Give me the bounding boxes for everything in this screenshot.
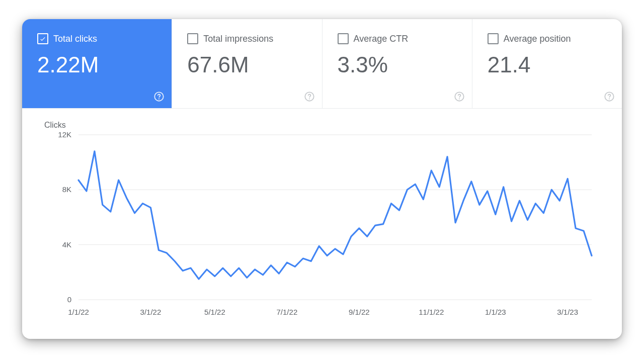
svg-text:7/1/22: 7/1/22 xyxy=(277,308,298,316)
tile-average-position[interactable]: Average position 21.4 xyxy=(472,19,622,108)
checkbox-empty-icon xyxy=(338,33,349,44)
checkbox-checked-icon xyxy=(37,33,48,44)
tile-total-impressions[interactable]: Total impressions 67.6M xyxy=(172,19,322,108)
tile-label: Total impressions xyxy=(203,34,273,43)
help-icon[interactable] xyxy=(604,91,615,102)
tile-value: 3.3% xyxy=(338,52,457,77)
performance-card: Total clicks 2.22M Total impressions 67.… xyxy=(22,19,622,339)
tile-value: 2.22M xyxy=(37,52,156,77)
checkbox-empty-icon xyxy=(187,33,198,44)
tile-label: Average CTR xyxy=(354,34,409,43)
tile-label: Total clicks xyxy=(53,34,97,43)
tile-average-ctr[interactable]: Average CTR 3.3% xyxy=(323,19,472,108)
checkbox-empty-icon xyxy=(488,33,499,44)
line-chart[interactable]: 04K8K12K1/1/223/1/225/1/227/1/229/1/2211… xyxy=(42,130,602,326)
svg-text:0: 0 xyxy=(67,295,71,304)
svg-text:4K: 4K xyxy=(62,240,71,249)
help-icon[interactable] xyxy=(454,91,465,102)
svg-text:3/1/23: 3/1/23 xyxy=(557,308,578,316)
svg-text:1/1/22: 1/1/22 xyxy=(68,308,89,316)
svg-text:5/1/22: 5/1/22 xyxy=(204,308,225,316)
tile-value: 21.4 xyxy=(488,52,607,77)
svg-text:1/1/23: 1/1/23 xyxy=(485,308,506,316)
svg-text:8K: 8K xyxy=(62,185,71,194)
chart-title: Clicks xyxy=(44,121,602,130)
chart-area: Clicks 04K8K12K1/1/223/1/225/1/227/1/229… xyxy=(22,109,622,339)
metrics-row: Total clicks 2.22M Total impressions 67.… xyxy=(22,19,622,109)
help-icon[interactable] xyxy=(153,91,165,102)
svg-text:11/1/22: 11/1/22 xyxy=(419,308,444,316)
svg-text:9/1/22: 9/1/22 xyxy=(349,308,370,316)
tile-total-clicks[interactable]: Total clicks 2.22M xyxy=(22,19,172,108)
svg-text:3/1/22: 3/1/22 xyxy=(140,308,162,316)
help-icon[interactable] xyxy=(304,91,315,102)
tile-value: 67.6M xyxy=(187,52,306,77)
svg-text:12K: 12K xyxy=(58,130,71,139)
tile-label: Average position xyxy=(504,34,571,43)
